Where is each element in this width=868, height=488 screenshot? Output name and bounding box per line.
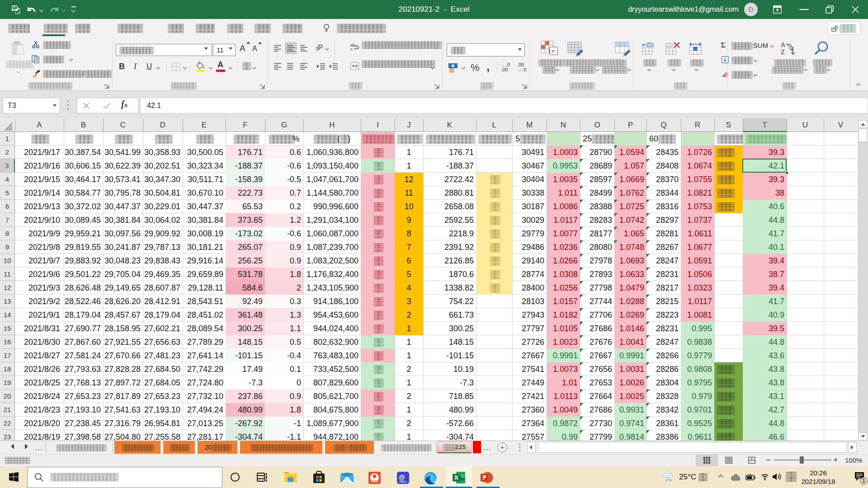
svg-text:A: A (781, 41, 785, 48)
svg-text:Z: Z (781, 48, 785, 56)
svg-text:c: c (350, 47, 353, 51)
svg-text:≠: ≠ (552, 48, 555, 55)
svg-text:menu: menu (399, 480, 407, 483)
